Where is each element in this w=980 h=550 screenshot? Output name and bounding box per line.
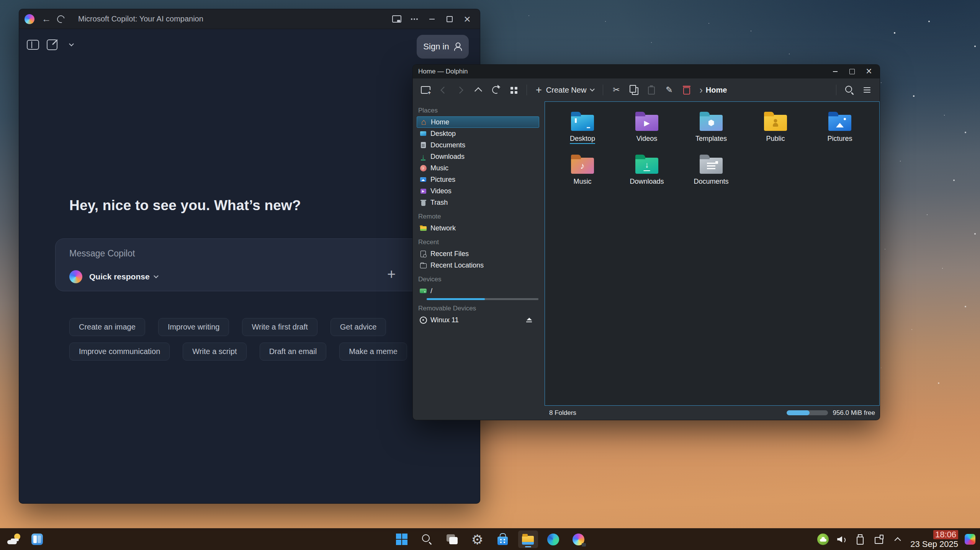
sidebar-item-documents[interactable]: Documents	[417, 139, 539, 151]
sidebar-item-network[interactable]: Network	[417, 222, 539, 234]
sidebar-item-trash[interactable]: Trash	[417, 197, 539, 208]
sidebar-item-label: /	[430, 287, 432, 295]
network-icon	[419, 224, 427, 232]
sidebar-toggle-icon[interactable]	[26, 38, 39, 51]
cut-icon[interactable]	[608, 82, 624, 98]
taskbar-task-view-button[interactable]	[442, 530, 462, 548]
up-icon[interactable]	[470, 82, 486, 98]
dolphin-body: PlacesHomeDesktopDocumentsDownloadsMusic…	[413, 101, 880, 420]
suggestion-chip[interactable]: Make a meme	[339, 343, 407, 361]
more-icon[interactable]	[407, 12, 422, 26]
sign-in-button[interactable]: Sign in	[417, 35, 469, 59]
clock[interactable]: 18:06 23 Sep 2025	[910, 530, 958, 549]
folder-pictures[interactable]: Pictures	[808, 110, 872, 150]
dolphin-titlebar[interactable]: Home — Dolphin	[413, 65, 880, 78]
dolphin-sidebar: PlacesHomeDesktopDocumentsDownloadsMusic…	[413, 101, 545, 420]
dolphin-close-button[interactable]	[861, 66, 877, 77]
folder-desktop[interactable]: Desktop	[550, 110, 615, 150]
taskbar-settings-button[interactable]	[468, 530, 488, 548]
taskbar-store-button[interactable]	[493, 530, 513, 548]
new-tab-icon[interactable]	[417, 82, 434, 98]
browser-close-button[interactable]	[460, 12, 474, 26]
suggestion-chip[interactable]: Draft an email	[260, 343, 327, 361]
folder-documents[interactable]: Documents	[679, 153, 743, 193]
refresh-icon[interactable]	[488, 82, 504, 98]
folder-videos[interactable]: Videos	[615, 110, 679, 150]
root-icon	[419, 287, 427, 295]
copy-icon[interactable]	[626, 82, 642, 98]
suggestion-chip[interactable]: Get advice	[330, 318, 386, 336]
folder-emblem-icon	[828, 115, 851, 131]
suggestion-chip[interactable]: Write a script	[183, 343, 246, 361]
copilot-window: Microsoft Copilot: Your AI companion Sig…	[19, 9, 480, 504]
breadcrumb[interactable]: Home	[699, 85, 727, 95]
taskbar-copilot-button[interactable]	[569, 530, 589, 548]
sidebar-item-recent-files[interactable]: Recent Files	[417, 248, 539, 259]
rename-icon[interactable]	[661, 82, 677, 98]
browser-minimize-button[interactable]	[425, 12, 439, 26]
dolphin-maximize-button[interactable]	[844, 66, 861, 77]
usb-icon[interactable]	[854, 533, 866, 545]
sidebar-item-home[interactable]: Home	[417, 116, 539, 128]
folder-music[interactable]: Music	[550, 153, 615, 193]
new-chat-icon[interactable]	[46, 38, 59, 51]
recent-locations-icon	[419, 261, 427, 269]
sidebar-item-desktop[interactable]: Desktop	[417, 128, 539, 139]
folder-icon	[828, 115, 851, 131]
widgets-icon[interactable]	[31, 534, 43, 545]
browser-maximize-button[interactable]	[442, 12, 457, 26]
forward-icon[interactable]	[453, 82, 469, 98]
message-composer[interactable]: Message Copilot Quick response	[55, 238, 425, 291]
search-icon[interactable]	[841, 82, 857, 98]
new-chat-chevron-icon[interactable]	[65, 38, 78, 51]
pip-icon[interactable]	[389, 12, 404, 26]
sidebar-item-music[interactable]: Music	[417, 162, 539, 174]
folder-public[interactable]: Public	[743, 110, 808, 150]
sidebar-item-videos[interactable]: Videos	[417, 185, 539, 197]
response-mode-selector[interactable]: Quick response	[89, 272, 158, 281]
folder-label: Public	[766, 135, 785, 143]
network-tray-icon[interactable]	[873, 533, 885, 545]
delete-icon[interactable]	[679, 82, 695, 98]
hamburger-menu-icon[interactable]	[859, 82, 875, 98]
sync-cloud-icon[interactable]	[817, 534, 829, 545]
create-new-button[interactable]: Create New	[532, 82, 598, 98]
weather-icon[interactable]	[7, 533, 21, 545]
back-icon[interactable]	[435, 82, 451, 98]
taskbar-start-button[interactable]	[392, 530, 412, 548]
search-icon	[420, 532, 434, 546]
dolphin-minimize-button[interactable]	[827, 66, 844, 77]
volume-icon[interactable]	[835, 533, 847, 545]
browser-reload-icon[interactable]	[54, 12, 68, 26]
suggestion-chip[interactable]: Create an image	[69, 318, 145, 336]
taskbar-file-explorer-button[interactable]	[518, 530, 538, 548]
suggestion-chip[interactable]: Improve communication	[69, 343, 170, 361]
browser-titlebar[interactable]: Microsoft Copilot: Your AI companion	[19, 9, 480, 29]
m365-copilot-icon[interactable]	[965, 534, 975, 545]
sidebar-item-recent-locations[interactable]: Recent Locations	[417, 259, 539, 271]
music-icon	[419, 164, 427, 172]
folder-templates[interactable]: Templates	[679, 110, 743, 150]
tray-expand-chevron-icon[interactable]	[892, 533, 904, 545]
paste-icon[interactable]	[643, 82, 659, 98]
sidebar-item-label: Documents	[430, 141, 465, 149]
sidebar-item-downloads[interactable]: Downloads	[417, 151, 539, 162]
sidebar-item-winux11[interactable]: Winux 11	[417, 314, 539, 326]
suggestion-chip[interactable]: Improve writing	[158, 318, 229, 336]
folder-view[interactable]: DesktopVideosTemplatesPublicPicturesMusi…	[545, 101, 880, 406]
folder-downloads[interactable]: Downloads	[615, 153, 679, 193]
taskbar-edge-button[interactable]	[543, 530, 563, 548]
taskbar-search-button[interactable]	[417, 530, 437, 548]
eject-icon[interactable]	[526, 318, 532, 322]
grid-view-icon[interactable]	[506, 82, 522, 98]
sidebar-item-root[interactable]: /	[417, 285, 539, 297]
browser-back-icon[interactable]	[39, 12, 54, 26]
folder-emblem-icon	[635, 158, 658, 174]
composer-placeholder[interactable]: Message Copilot	[69, 248, 135, 259]
folder-label: Templates	[695, 135, 727, 143]
suggestion-chip[interactable]: Write a first draft	[242, 318, 317, 336]
add-attachment-button[interactable]	[384, 267, 398, 281]
sidebar-item-pictures[interactable]: Pictures	[417, 174, 539, 185]
breadcrumb-location[interactable]: Home	[706, 86, 727, 95]
folder-label: Pictures	[827, 135, 852, 143]
